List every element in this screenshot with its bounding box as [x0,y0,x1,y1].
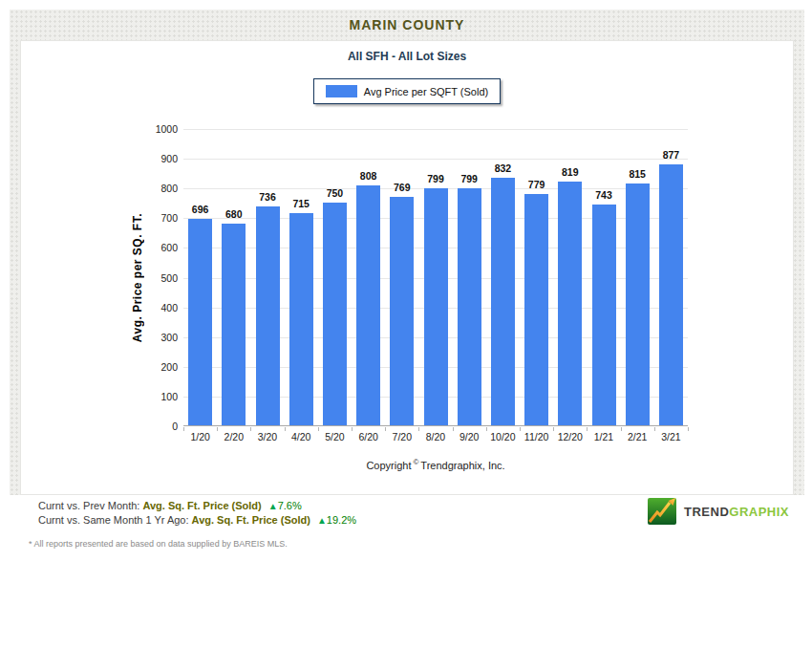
stat-row-year-ago: Curnt vs. Same Month 1 Yr Ago: Avg. Sq. … [38,513,356,528]
y-tick-label: 200 [160,361,178,373]
plot-area: 6961/206802/207363/207154/207505/208086/… [183,129,688,426]
x-tick-label: 1/21 [587,431,620,442]
x-tick-label: 12/20 [553,431,587,442]
stat-change: 19.2% [327,514,356,526]
y-tick-label: 700 [160,212,178,224]
bar-value-label: 715 [285,198,318,209]
legend-label: Avg Price per SQFT (Sold) [364,86,488,97]
stat-metric: Avg. Sq. Ft. Price (Sold) [142,500,261,511]
bar-value-label: 799 [453,173,486,184]
bar [323,203,347,425]
y-axis: 01002003004005006007008009001000 [155,129,183,426]
chart-panel: All SFH - All Lot Sizes Avg Price per SQ… [20,40,794,495]
bar [256,206,280,425]
trendgraphix-logo-text: TRENDGRAPHIX [684,505,789,519]
up-arrow-icon: ▲ [268,501,278,511]
bar [390,197,414,425]
bar-value-label: 743 [587,189,620,201]
trendgraphix-logo-icon [648,498,676,525]
stat-label: Curnt vs. Prev Month: [38,500,139,511]
y-tick-label: 500 [160,272,178,284]
x-tick-label: 2/20 [217,431,250,442]
bar [356,185,380,425]
stats-block: Curnt vs. Prev Month: Avg. Sq. Ft. Price… [38,499,356,528]
bar-value-label: 877 [654,149,688,161]
bar [626,183,650,425]
x-tick-label: 11/20 [520,431,553,442]
stat-row-prev-month: Curnt vs. Prev Month: Avg. Sq. Ft. Price… [38,499,356,513]
stat-change: 7.6% [278,500,302,511]
x-tick-label: 8/20 [418,431,452,442]
bar [491,178,515,425]
bar-value-label: 799 [418,173,452,184]
stat-label: Curnt vs. Same Month 1 Yr Ago: [38,514,189,526]
y-tick-label: 1000 [156,123,178,135]
bar [222,224,246,425]
y-tick-label: 400 [160,302,178,313]
y-tick-label: 0 [172,421,178,432]
bar-value-label: 750 [318,187,352,199]
y-tick-label: 900 [160,153,178,164]
bar-value-label: 832 [486,162,520,174]
legend-wrap: Avg Price per SQFT (Sold) [21,78,793,104]
bar [188,219,212,425]
bar [659,164,683,425]
disclaimer-footnote: * All reports presented are based on dat… [29,539,288,549]
x-tick-label: 1/20 [183,431,217,442]
bar-value-label: 696 [183,204,217,215]
bar-value-label: 808 [352,170,385,182]
bar [558,182,582,425]
y-tick-label: 100 [160,391,178,402]
x-tick-label: 4/20 [285,431,318,442]
copyright-symbol: © [413,458,418,466]
y-tick-label: 300 [160,332,178,343]
report-frame: MARIN COUNTY All SFH - All Lot Sizes Avg… [10,10,804,495]
bar-value-label: 779 [520,179,553,190]
bar-value-label: 680 [217,208,250,220]
y-tick-label: 600 [160,242,178,253]
report-title: MARIN COUNTY [350,17,465,32]
x-tick-label: 2/21 [621,431,654,442]
x-tick-label: 3/20 [250,431,284,442]
bar-chart: Avg. Price per SQ. FT. 01002003004005006… [120,129,793,454]
trendgraphix-logo: TRENDGRAPHIX [648,498,789,525]
x-tick-label: 5/20 [318,431,352,442]
bar-value-label: 819 [553,166,587,178]
stat-metric: Avg. Sq. Ft. Price (Sold) [192,514,310,526]
x-tick-label: 9/20 [453,431,486,442]
gridline [183,159,688,160]
x-axis-tick [688,427,689,431]
report-header-band: MARIN COUNTY [10,10,804,40]
x-tick-label: 6/20 [352,431,385,442]
bar-value-label: 815 [621,168,654,180]
bar [424,188,448,425]
legend-swatch-icon [326,85,357,97]
x-tick-label: 10/20 [486,431,520,442]
gridline [183,129,688,130]
bar-value-label: 769 [385,182,418,193]
legend: Avg Price per SQFT (Sold) [313,78,501,104]
bar [289,213,313,425]
x-tick-label: 3/21 [654,431,688,442]
bar [592,205,616,425]
chart-subtitle: All SFH - All Lot Sizes [21,50,793,63]
bar [524,194,548,425]
y-tick-label: 800 [160,183,178,194]
bar-value-label: 736 [250,191,284,203]
bar [458,188,481,425]
y-axis-title: Avg. Price per SQ. FT. [120,129,155,426]
up-arrow-icon: ▲ [317,515,327,526]
copyright-line: Copyright©Trendgraphix, Inc. [183,458,688,471]
x-tick-label: 7/20 [385,431,418,442]
